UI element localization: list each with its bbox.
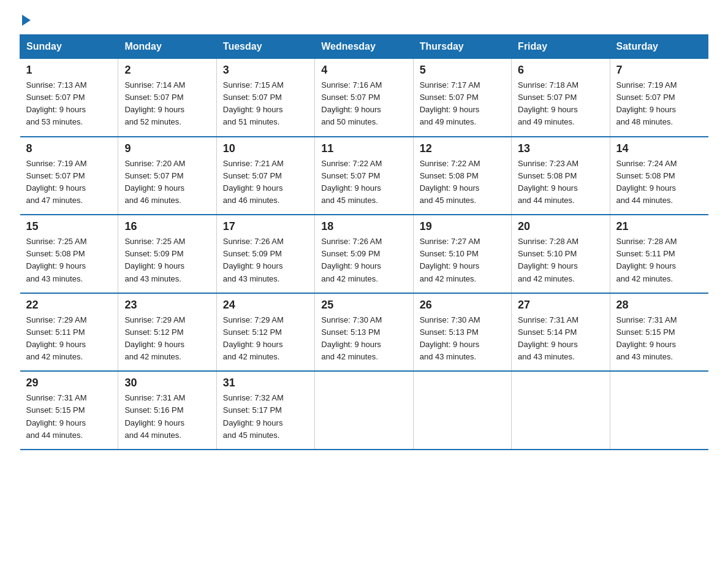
calendar-header-sunday: Sunday — [20, 35, 118, 59]
day-info: Sunrise: 7:25 AM Sunset: 5:09 PM Dayligh… — [124, 236, 210, 285]
calendar-cell: 25 Sunrise: 7:30 AM Sunset: 5:13 PM Dayl… — [315, 293, 413, 372]
calendar-cell: 30 Sunrise: 7:31 AM Sunset: 5:16 PM Dayl… — [118, 371, 216, 450]
calendar-cell: 16 Sunrise: 7:25 AM Sunset: 5:09 PM Dayl… — [118, 215, 216, 293]
day-number: 20 — [518, 220, 603, 233]
day-number: 6 — [518, 64, 603, 77]
calendar-cell: 4 Sunrise: 7:16 AM Sunset: 5:07 PM Dayli… — [315, 59, 413, 137]
day-info: Sunrise: 7:28 AM Sunset: 5:11 PM Dayligh… — [616, 236, 702, 285]
day-number: 8 — [26, 142, 112, 155]
calendar-cell: 29 Sunrise: 7:31 AM Sunset: 5:15 PM Dayl… — [20, 371, 118, 450]
day-info: Sunrise: 7:30 AM Sunset: 5:13 PM Dayligh… — [420, 314, 505, 364]
calendar-cell: 28 Sunrise: 7:31 AM Sunset: 5:15 PM Dayl… — [610, 293, 708, 372]
day-number: 14 — [616, 142, 702, 155]
calendar-cell: 19 Sunrise: 7:27 AM Sunset: 5:10 PM Dayl… — [413, 215, 511, 293]
day-number: 5 — [420, 64, 505, 77]
calendar-week-row: 22 Sunrise: 7:29 AM Sunset: 5:11 PM Dayl… — [20, 293, 708, 372]
day-number: 25 — [321, 299, 406, 312]
day-info: Sunrise: 7:26 AM Sunset: 5:09 PM Dayligh… — [223, 236, 308, 285]
calendar-week-row: 8 Sunrise: 7:19 AM Sunset: 5:07 PM Dayli… — [20, 137, 708, 215]
calendar-cell: 27 Sunrise: 7:31 AM Sunset: 5:14 PM Dayl… — [512, 293, 610, 372]
day-info: Sunrise: 7:30 AM Sunset: 5:13 PM Dayligh… — [321, 314, 406, 364]
day-number: 22 — [26, 299, 112, 312]
day-number: 3 — [223, 64, 308, 77]
calendar-cell: 22 Sunrise: 7:29 AM Sunset: 5:11 PM Dayl… — [20, 293, 118, 372]
day-info: Sunrise: 7:13 AM Sunset: 5:07 PM Dayligh… — [26, 79, 112, 129]
calendar-cell: 9 Sunrise: 7:20 AM Sunset: 5:07 PM Dayli… — [118, 137, 216, 215]
calendar-header-wednesday: Wednesday — [315, 35, 413, 59]
calendar-header-tuesday: Tuesday — [216, 35, 314, 59]
logo-blue-text — [20, 15, 31, 27]
calendar-cell: 12 Sunrise: 7:22 AM Sunset: 5:08 PM Dayl… — [413, 137, 511, 215]
calendar-cell: 7 Sunrise: 7:19 AM Sunset: 5:07 PM Dayli… — [610, 59, 708, 137]
day-number: 26 — [420, 299, 505, 312]
day-info: Sunrise: 7:31 AM Sunset: 5:15 PM Dayligh… — [616, 314, 702, 364]
day-info: Sunrise: 7:22 AM Sunset: 5:07 PM Dayligh… — [321, 158, 406, 207]
logo — [20, 15, 31, 27]
calendar-header-thursday: Thursday — [413, 35, 511, 59]
calendar-cell: 20 Sunrise: 7:28 AM Sunset: 5:10 PM Dayl… — [512, 215, 610, 293]
day-info: Sunrise: 7:31 AM Sunset: 5:16 PM Dayligh… — [124, 392, 210, 442]
day-info: Sunrise: 7:15 AM Sunset: 5:07 PM Dayligh… — [223, 79, 308, 129]
calendar-cell: 14 Sunrise: 7:24 AM Sunset: 5:08 PM Dayl… — [610, 137, 708, 215]
day-number: 23 — [124, 299, 210, 312]
day-number: 24 — [223, 299, 308, 312]
day-number: 1 — [26, 64, 112, 77]
day-info: Sunrise: 7:23 AM Sunset: 5:08 PM Dayligh… — [518, 158, 603, 207]
header — [20, 15, 708, 27]
day-info: Sunrise: 7:19 AM Sunset: 5:07 PM Dayligh… — [26, 158, 112, 207]
day-info: Sunrise: 7:14 AM Sunset: 5:07 PM Dayligh… — [124, 79, 210, 129]
day-number: 27 — [518, 299, 603, 312]
day-info: Sunrise: 7:28 AM Sunset: 5:10 PM Dayligh… — [518, 236, 603, 285]
calendar-cell: 31 Sunrise: 7:32 AM Sunset: 5:17 PM Dayl… — [216, 371, 314, 450]
day-number: 2 — [124, 64, 210, 77]
calendar-cell: 11 Sunrise: 7:22 AM Sunset: 5:07 PM Dayl… — [315, 137, 413, 215]
day-info: Sunrise: 7:24 AM Sunset: 5:08 PM Dayligh… — [616, 158, 702, 207]
day-info: Sunrise: 7:31 AM Sunset: 5:15 PM Dayligh… — [26, 392, 112, 442]
day-number: 30 — [124, 377, 210, 389]
calendar-header-monday: Monday — [118, 35, 216, 59]
calendar-table: SundayMondayTuesdayWednesdayThursdayFrid… — [20, 34, 708, 450]
day-info: Sunrise: 7:26 AM Sunset: 5:09 PM Dayligh… — [321, 236, 406, 285]
day-info: Sunrise: 7:22 AM Sunset: 5:08 PM Dayligh… — [420, 158, 505, 207]
day-number: 31 — [223, 377, 308, 389]
calendar-cell: 24 Sunrise: 7:29 AM Sunset: 5:12 PM Dayl… — [216, 293, 314, 372]
calendar-week-row: 1 Sunrise: 7:13 AM Sunset: 5:07 PM Dayli… — [20, 59, 708, 137]
day-info: Sunrise: 7:16 AM Sunset: 5:07 PM Dayligh… — [321, 79, 406, 129]
day-number: 17 — [223, 220, 308, 233]
day-info: Sunrise: 7:27 AM Sunset: 5:10 PM Dayligh… — [420, 236, 505, 285]
calendar-cell: 2 Sunrise: 7:14 AM Sunset: 5:07 PM Dayli… — [118, 59, 216, 137]
calendar-week-row: 29 Sunrise: 7:31 AM Sunset: 5:15 PM Dayl… — [20, 371, 708, 450]
day-number: 19 — [420, 220, 505, 233]
day-number: 9 — [124, 142, 210, 155]
calendar-cell: 21 Sunrise: 7:28 AM Sunset: 5:11 PM Dayl… — [610, 215, 708, 293]
calendar-cell: 26 Sunrise: 7:30 AM Sunset: 5:13 PM Dayl… — [413, 293, 511, 372]
calendar-cell: 23 Sunrise: 7:29 AM Sunset: 5:12 PM Dayl… — [118, 293, 216, 372]
calendar-cell: 13 Sunrise: 7:23 AM Sunset: 5:08 PM Dayl… — [512, 137, 610, 215]
calendar-week-row: 15 Sunrise: 7:25 AM Sunset: 5:08 PM Dayl… — [20, 215, 708, 293]
day-info: Sunrise: 7:29 AM Sunset: 5:11 PM Dayligh… — [26, 314, 112, 364]
day-info: Sunrise: 7:25 AM Sunset: 5:08 PM Dayligh… — [26, 236, 112, 285]
day-number: 21 — [616, 220, 702, 233]
calendar-header-row: SundayMondayTuesdayWednesdayThursdayFrid… — [20, 35, 708, 59]
day-info: Sunrise: 7:29 AM Sunset: 5:12 PM Dayligh… — [223, 314, 308, 364]
day-info: Sunrise: 7:17 AM Sunset: 5:07 PM Dayligh… — [420, 79, 505, 129]
calendar-cell — [315, 371, 413, 450]
day-number: 18 — [321, 220, 406, 233]
calendar-cell: 6 Sunrise: 7:18 AM Sunset: 5:07 PM Dayli… — [512, 59, 610, 137]
day-number: 13 — [518, 142, 603, 155]
day-info: Sunrise: 7:21 AM Sunset: 5:07 PM Dayligh… — [223, 158, 308, 207]
calendar-cell — [610, 371, 708, 450]
day-number: 29 — [26, 377, 112, 389]
calendar-cell: 18 Sunrise: 7:26 AM Sunset: 5:09 PM Dayl… — [315, 215, 413, 293]
logo-arrow-icon — [22, 15, 31, 26]
day-number: 11 — [321, 142, 406, 155]
calendar-cell: 5 Sunrise: 7:17 AM Sunset: 5:07 PM Dayli… — [413, 59, 511, 137]
day-number: 7 — [616, 64, 702, 77]
calendar-header-friday: Friday — [512, 35, 610, 59]
day-info: Sunrise: 7:29 AM Sunset: 5:12 PM Dayligh… — [124, 314, 210, 364]
day-number: 12 — [420, 142, 505, 155]
day-number: 16 — [124, 220, 210, 233]
calendar-header-saturday: Saturday — [610, 35, 708, 59]
day-number: 10 — [223, 142, 308, 155]
day-info: Sunrise: 7:31 AM Sunset: 5:14 PM Dayligh… — [518, 314, 603, 364]
